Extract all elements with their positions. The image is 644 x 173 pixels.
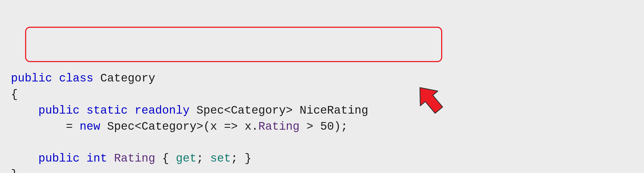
keyword-static: static: [86, 104, 128, 117]
property-rating: Rating: [114, 152, 155, 165]
keyword-class: class: [59, 72, 93, 85]
highlight-box: [25, 27, 442, 62]
semicolon: ;: [197, 152, 203, 165]
accessor-get: get: [176, 152, 197, 165]
semicolon: ;: [341, 120, 348, 133]
number-50: 50: [320, 120, 334, 133]
field-name-nicerating: NiceRating: [300, 104, 368, 117]
angle-open: <: [224, 104, 231, 117]
paren-open: (: [203, 120, 210, 133]
lambda-arrow: =>: [224, 120, 237, 133]
angle-close: >: [197, 120, 203, 133]
keyword-public: public: [38, 152, 80, 165]
type-category: Category: [100, 72, 155, 85]
member-rating: Rating: [258, 120, 300, 133]
type-spec: Spec: [197, 104, 224, 117]
brace-open: {: [162, 152, 169, 165]
type-spec: Spec: [107, 120, 135, 133]
equals: =: [66, 120, 73, 133]
lambda-param: x: [210, 120, 217, 133]
keyword-int: int: [86, 152, 107, 165]
brace-open: {: [11, 88, 18, 101]
accessor-set: set: [210, 152, 231, 165]
angle-close: >: [286, 104, 293, 117]
keyword-public: public: [11, 72, 52, 85]
angle-open: <: [135, 120, 142, 133]
code-block: public class Category { public static re…: [11, 71, 633, 173]
lambda-x-dot: x.: [245, 120, 258, 133]
type-category: Category: [142, 120, 197, 133]
brace-close: }: [11, 168, 18, 173]
keyword-public: public: [38, 104, 80, 117]
paren-close: ): [334, 120, 341, 133]
semicolon: ;: [231, 152, 238, 165]
type-category: Category: [231, 104, 286, 117]
brace-close: }: [245, 152, 251, 165]
gt-operator: >: [306, 120, 313, 133]
keyword-new: new: [80, 120, 100, 133]
keyword-readonly: readonly: [135, 104, 190, 117]
